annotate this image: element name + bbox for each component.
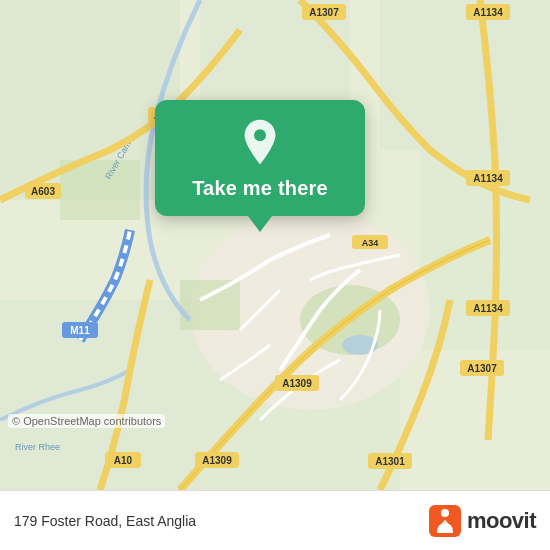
map-container: River Cam River Rhee — [0, 0, 550, 490]
take-me-there-label: Take me there — [192, 176, 328, 200]
svg-text:A1309: A1309 — [202, 455, 232, 466]
svg-text:A1307: A1307 — [309, 7, 339, 18]
osm-credit: © OpenStreetMap contributors — [8, 414, 165, 428]
popup-card[interactable]: Take me there — [155, 100, 365, 216]
bottom-bar: 179 Foster Road, East Anglia moovit — [0, 490, 550, 550]
svg-text:A1309: A1309 — [282, 378, 312, 389]
svg-rect-5 — [0, 300, 200, 490]
address-text: 179 Foster Road, East Anglia — [14, 513, 196, 529]
river-rhee-label: River Rhee — [15, 442, 60, 452]
svg-text:A1307: A1307 — [467, 363, 497, 374]
svg-rect-10 — [180, 280, 240, 330]
location-pin-icon — [236, 118, 284, 166]
svg-text:M11: M11 — [70, 325, 90, 336]
moovit-wordmark: moovit — [467, 508, 536, 534]
svg-point-41 — [441, 509, 449, 517]
moovit-logo: moovit — [429, 505, 536, 537]
svg-text:A1134: A1134 — [473, 7, 503, 18]
svg-text:A1134: A1134 — [473, 173, 503, 184]
svg-text:A10: A10 — [114, 455, 133, 466]
svg-text:A1134: A1134 — [473, 303, 503, 314]
svg-point-39 — [254, 129, 266, 141]
svg-text:A603: A603 — [31, 186, 55, 197]
svg-text:A1301: A1301 — [375, 456, 405, 467]
moovit-icon — [429, 505, 461, 537]
svg-text:A34: A34 — [362, 238, 379, 248]
